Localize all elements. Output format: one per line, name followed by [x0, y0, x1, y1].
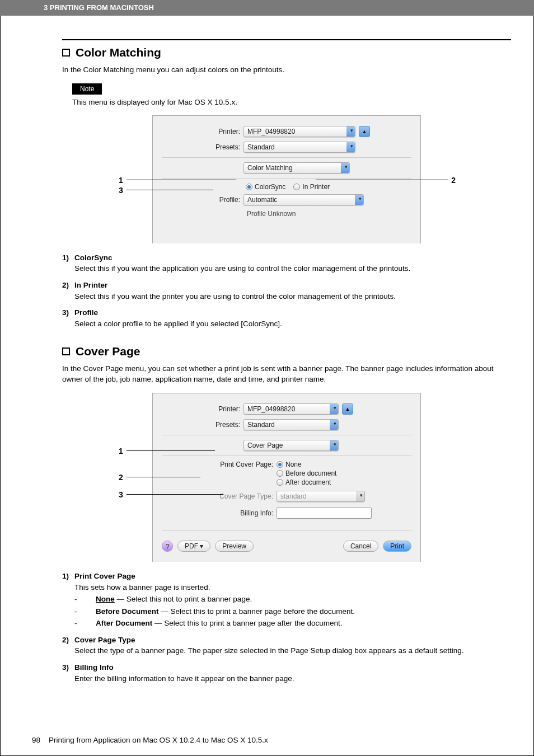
presets-label: Presets:: [162, 143, 243, 151]
def-item: 3) Billing Info Enter the billing inform…: [62, 662, 511, 684]
printer-select[interactable]: MFP_04998820: [243, 126, 355, 137]
expand-button[interactable]: ▲: [359, 126, 370, 137]
presets-select[interactable]: Standard: [243, 142, 355, 153]
def-term: ColorSync: [74, 253, 113, 262]
callout-line: [127, 450, 215, 451]
footer-text: Printing from Application on Mac OS X 10…: [49, 736, 268, 744]
divider: [162, 456, 411, 456]
page-number: 98: [32, 736, 40, 744]
presets-label: Presets:: [162, 421, 243, 429]
section2-definitions: 1) Print Cover Page This sets how a bann…: [62, 571, 511, 684]
divider: [162, 178, 411, 179]
pdf-button[interactable]: PDF ▾: [177, 541, 210, 552]
note-tag: Note: [72, 83, 102, 95]
page-footer: 98 Printing from Application on Mac OS X…: [32, 736, 268, 744]
def-item: 2) In Printer Select this if you want th…: [62, 280, 511, 302]
none-radio[interactable]: [277, 461, 283, 468]
expand-button[interactable]: ▲: [342, 403, 353, 415]
after-document-radio[interactable]: [277, 479, 283, 486]
profile-label: Profile:: [162, 196, 243, 204]
callout-line: [316, 180, 448, 180]
panel-select[interactable]: Color Matching: [243, 162, 350, 173]
def-text: This sets how a banner page is inserted.: [74, 583, 210, 591]
billing-info-input[interactable]: [277, 508, 372, 519]
section2-intro: In the Cover Page menu, you can set whet…: [62, 364, 511, 385]
cover-page-type-select: standard: [277, 491, 365, 502]
opt-after: After Document: [96, 619, 152, 627]
cover-page-dialog-wrap: Printer: MFP_04998820 ▲ Presets: Standar…: [130, 393, 443, 562]
panel-select[interactable]: Cover Page: [243, 440, 339, 451]
def-item: 3) Profile Select a color profile to be …: [62, 307, 511, 329]
divider: [162, 530, 411, 530]
bullet-box-icon: [62, 348, 70, 355]
section-rule: [62, 39, 511, 40]
printer-select[interactable]: MFP_04998820: [243, 403, 339, 415]
def-term: Billing Info: [74, 663, 114, 672]
def-item: 2) Cover Page Type Select the type of a …: [62, 635, 511, 656]
in-printer-label: In Printer: [302, 183, 330, 191]
section1-heading: Color Matching: [62, 46, 511, 59]
section1-definitions: 1) ColorSync Select this if you want the…: [62, 252, 511, 329]
before-document-radio[interactable]: [277, 470, 283, 477]
callout-line: [127, 190, 213, 190]
presets-select[interactable]: Standard: [243, 419, 339, 430]
help-button[interactable]: ?: [162, 541, 173, 552]
divider: [162, 157, 411, 158]
def-text: Select this if you want the application …: [74, 264, 410, 273]
color-matching-dialog-wrap: Printer: MFP_04998820 ▲ Presets: Standar…: [130, 115, 443, 243]
def-term: Cover Page Type: [74, 636, 135, 644]
billing-info-label: Billing Info:: [162, 509, 277, 517]
def-item: 1) Print Cover Page This sets how a bann…: [62, 571, 511, 629]
callout-line: [127, 180, 236, 180]
note-text: This menu is displayed only for Mac OS X…: [72, 98, 511, 106]
colorsync-radio[interactable]: [246, 184, 252, 190]
header-breadcrumb: 3 PRINTING FROM MACINTOSH: [0, 0, 534, 16]
in-printer-radio[interactable]: [293, 184, 300, 190]
callout-line: [127, 477, 200, 477]
cancel-button[interactable]: Cancel: [343, 541, 378, 552]
profile-select[interactable]: Automatic: [243, 194, 364, 205]
callout-3: 3: [119, 186, 123, 195]
def-item: 1) ColorSync Select this if you want the…: [62, 252, 511, 274]
preview-button[interactable]: Preview: [215, 541, 254, 552]
callout-3: 3: [119, 490, 123, 499]
cover-page-dialog: Printer: MFP_04998820 ▲ Presets: Standar…: [152, 393, 421, 562]
def-text: Select the type of a banner page. The pa…: [74, 646, 463, 655]
section1-intro: In the Color Matching menu you can adjus…: [62, 65, 511, 76]
callout-1: 1: [119, 176, 123, 185]
def-term: In Printer: [74, 281, 107, 289]
opt-before: Before Document: [96, 607, 159, 616]
colorsync-label: ColorSync: [255, 183, 285, 191]
section1-title: Color Matching: [76, 46, 161, 59]
section2-heading: Cover Page: [62, 345, 511, 358]
printer-label: Printer:: [162, 128, 243, 135]
divider: [162, 435, 411, 435]
profile-subtext: Profile Unknown: [247, 210, 411, 218]
print-cover-page-label: Print Cover Page:: [162, 461, 277, 468]
bullet-box-icon: [62, 49, 70, 57]
callout-2: 2: [119, 473, 123, 482]
page-body: Color Matching In the Color Matching men…: [0, 16, 534, 756]
def-term: Print Cover Page: [74, 572, 135, 580]
def-term: Profile: [74, 308, 98, 317]
printer-label: Printer:: [162, 405, 243, 413]
callout-1: 1: [119, 447, 123, 456]
callout-2: 2: [451, 176, 456, 185]
opt-none: None: [96, 595, 115, 603]
section2-title: Cover Page: [76, 345, 140, 358]
def-text: Select a color profile to be applied if …: [74, 320, 282, 328]
callout-line: [127, 494, 223, 495]
def-text: Select this if you want the printer you …: [74, 292, 396, 300]
print-button[interactable]: Print: [383, 541, 411, 552]
def-text: Enter the billing information to have it…: [74, 674, 294, 683]
